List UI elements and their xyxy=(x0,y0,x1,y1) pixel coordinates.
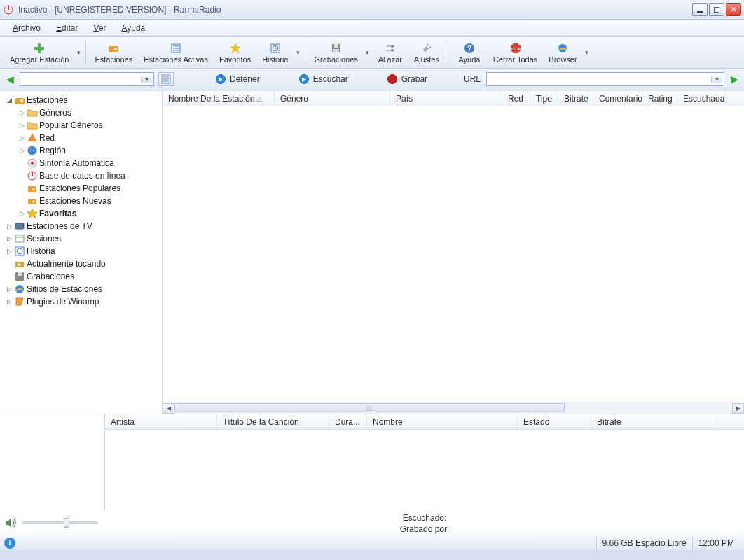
grabado-label: Grabado por: xyxy=(105,524,744,535)
svg-point-42 xyxy=(33,201,35,203)
station-combo-input[interactable] xyxy=(20,73,141,85)
info-icon: i xyxy=(4,538,15,549)
help-button[interactable]: ? Ayuda xyxy=(451,38,488,67)
track-column-header: ArtistaTítulo De la CanciónDura...Nombre… xyxy=(105,414,744,430)
browser-dropdown[interactable]: ▾ xyxy=(583,49,591,56)
menu-archivo[interactable]: Archivo xyxy=(10,22,43,34)
svg-marker-55 xyxy=(6,518,11,528)
tree-node[interactable]: ▷Red xyxy=(0,132,162,144)
scroll-left-button[interactable]: ◀ xyxy=(163,403,174,414)
add-station-dropdown[interactable]: ▾ xyxy=(74,49,83,56)
recordings-button[interactable]: Grabaciones xyxy=(308,38,363,67)
tree-node[interactable]: ▷Región xyxy=(0,144,162,157)
tree-node[interactable]: Sintonía Automática xyxy=(0,157,162,169)
ie-icon xyxy=(14,284,25,295)
stations-button[interactable]: Estaciones xyxy=(89,38,138,67)
close-all-button[interactable]: STOP Cerrar Todas xyxy=(488,38,543,67)
svg-rect-5 xyxy=(34,47,44,50)
listen-button[interactable]: ▶Escuchar xyxy=(294,71,354,87)
tree-node[interactable]: ▷Sesiones xyxy=(0,232,162,245)
track-list-body xyxy=(105,430,744,510)
volume-knob[interactable] xyxy=(64,518,69,528)
column-header[interactable]: Comentario xyxy=(593,91,642,106)
tree-node[interactable]: ▷Popular Géneros xyxy=(0,119,162,132)
station-combo-dropdown[interactable]: ▼ xyxy=(141,76,152,83)
speaker-icon[interactable] xyxy=(4,517,18,529)
svg-marker-12 xyxy=(230,43,240,53)
close-button[interactable]: ✕ xyxy=(726,4,741,16)
tree-node-estaciones[interactable]: ◢Estaciones xyxy=(0,94,162,106)
nav-prev-button[interactable]: ◀ xyxy=(4,74,15,85)
station-combo[interactable]: ▼ xyxy=(20,72,154,86)
history-dropdown[interactable]: ▾ xyxy=(294,49,302,56)
station-list-hscroll[interactable]: ◀ ▶ xyxy=(163,402,744,414)
column-header[interactable]: Escuchada xyxy=(677,91,726,106)
disk-icon xyxy=(330,42,343,55)
menu-ayuda[interactable]: Ayuda xyxy=(118,22,148,34)
volume-slider[interactable] xyxy=(22,522,98,524)
menubar: Archivo Editar Ver Ayuda xyxy=(0,20,744,37)
svg-point-49 xyxy=(17,248,22,254)
column-header[interactable]: Género xyxy=(275,91,390,106)
properties-button[interactable] xyxy=(158,72,174,86)
tree-node[interactable]: Estaciones Nuevas xyxy=(0,195,162,207)
scroll-right-button[interactable]: ▶ xyxy=(732,403,744,414)
column-header[interactable]: Nombre xyxy=(367,414,518,429)
column-header[interactable]: País xyxy=(390,91,502,106)
column-header[interactable]: Nombre De la Estación△ xyxy=(163,91,275,106)
folder-icon xyxy=(27,107,38,118)
tree-node[interactable]: Actualmente tocando xyxy=(0,258,162,270)
record-icon xyxy=(387,74,397,84)
winamp-icon xyxy=(14,296,25,307)
tree-node[interactable]: ▷Sitios de Estaciones xyxy=(0,283,162,295)
bottom-left-pane xyxy=(0,414,105,510)
column-header[interactable]: Bitrate xyxy=(558,91,593,106)
minimize-button[interactable] xyxy=(692,4,708,16)
column-header[interactable]: Título De la Canción xyxy=(217,414,329,429)
help-icon: ? xyxy=(463,42,476,55)
column-header[interactable]: Estado xyxy=(518,414,591,429)
column-header[interactable]: Dura... xyxy=(329,414,367,429)
url-input[interactable] xyxy=(487,73,711,85)
recordings-dropdown[interactable]: ▾ xyxy=(364,49,372,56)
add-station-button[interactable]: Agregar Estación xyxy=(4,38,74,67)
scroll-thumb[interactable] xyxy=(174,403,565,412)
history-icon xyxy=(14,246,25,257)
maximize-button[interactable] xyxy=(709,4,724,16)
nav-next-button[interactable]: ▶ xyxy=(729,74,740,85)
tree-node[interactable]: Base de datos en línea xyxy=(0,169,162,182)
svg-marker-43 xyxy=(27,209,37,218)
record-button[interactable]: Grabar xyxy=(382,71,433,87)
app-icon xyxy=(3,4,14,15)
tree-node[interactable]: ▷Favoritas xyxy=(0,207,162,220)
browser-button[interactable]: Browser xyxy=(543,38,582,67)
tree-node[interactable]: ▷Estaciones de TV xyxy=(0,220,162,232)
tree-node[interactable]: Estaciones Populares xyxy=(0,182,162,195)
titlebar: Inactivo - [UNREGISTERED VERSION] - Rarm… xyxy=(0,0,744,20)
tree-node[interactable]: ▷Plugins de Winamp xyxy=(0,295,162,308)
column-header[interactable]: Rating xyxy=(642,91,677,106)
tree-node[interactable]: ▷Historia xyxy=(0,245,162,258)
menu-editar[interactable]: Editar xyxy=(53,22,81,34)
url-combo-dropdown[interactable]: ▼ xyxy=(711,76,722,83)
column-header[interactable]: Artista xyxy=(105,414,217,429)
playing-icon xyxy=(14,258,25,270)
scroll-track[interactable] xyxy=(174,403,732,414)
stop-sign-icon: STOP xyxy=(509,42,522,55)
menu-ver[interactable]: Ver xyxy=(90,22,109,34)
favorites-button[interactable]: Favoritos xyxy=(214,38,256,67)
svg-point-40 xyxy=(33,188,35,190)
column-header[interactable]: Bitrate xyxy=(591,414,717,429)
random-button[interactable]: Al azar xyxy=(372,38,408,67)
active-stations-button[interactable]: Estaciones Activas xyxy=(138,38,214,67)
url-combo[interactable]: ▼ xyxy=(486,72,724,86)
stop-button[interactable]: ■Detener xyxy=(210,71,266,87)
svg-rect-53 xyxy=(18,272,22,276)
settings-button[interactable]: Ajustes xyxy=(408,38,445,67)
tree-node[interactable]: ▷Géneros xyxy=(0,106,162,119)
history-button[interactable]: Historia xyxy=(256,38,294,67)
column-header[interactable]: Red xyxy=(502,91,530,106)
tree-node[interactable]: Grabaciones xyxy=(0,270,162,283)
status-bar: i 9.66 GB Espacio Libre 12:00 PM xyxy=(0,535,744,550)
column-header[interactable]: Tipo xyxy=(530,91,558,106)
